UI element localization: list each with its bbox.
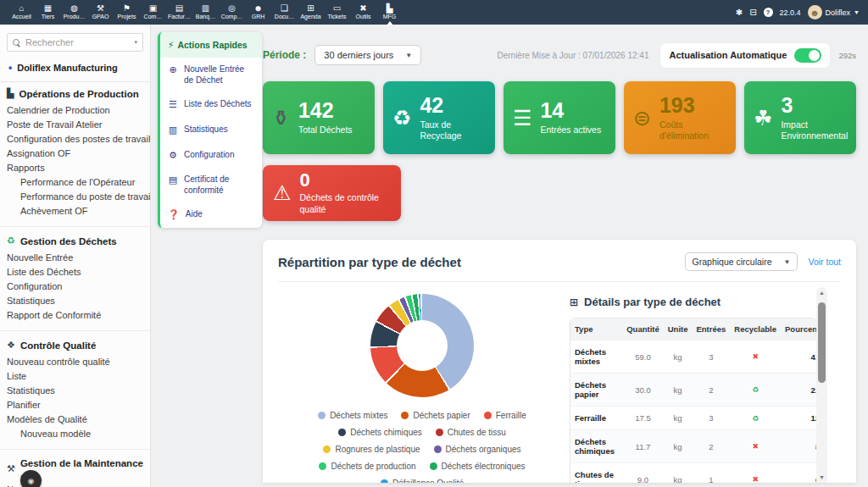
legend-label: Déchets papier [413, 411, 470, 420]
produ…-icon: ◍ [70, 4, 78, 13]
tab-banq[interactable]: ▥Banq… [192, 0, 219, 25]
table-row[interactable]: Déchets mixtes59.0kg3✖41.4% [570, 340, 817, 374]
kpi-card-taux-de-recyclage[interactable]: ♻42Taux de Recyclage [383, 81, 495, 154]
sidebar-item-liste[interactable]: Liste [0, 368, 150, 383]
action-icon: ⚙ [168, 150, 178, 162]
chart-type-select[interactable]: Graphique circulaire ▼ [685, 252, 798, 271]
kpi-card-quality-alert[interactable]: ⚠ 0 Déchets de contrôle qualité [263, 165, 401, 221]
sidebar-section-title[interactable]: ♻Gestion des Déchets [0, 231, 150, 250]
kpi-card-total-d-chets[interactable]: ⚱142Total Déchets [263, 81, 375, 154]
scrollbar-thumb[interactable] [818, 302, 826, 383]
floating-widget-button[interactable]: ◉ [20, 470, 42, 487]
legend-item-d-chets-papier[interactable]: Déchets papier [401, 411, 470, 420]
sidebar-item-calendrier-de-production[interactable]: Calendrier de Production [0, 102, 150, 117]
vertical-scrollbar[interactable]: ▲ ▼ [816, 287, 827, 483]
sidebar-item-liste-des-d-chets[interactable]: Liste des Déchets [0, 264, 150, 279]
tab-projets[interactable]: ⚑Projets [114, 0, 140, 25]
scroll-down-icon[interactable]: ▼ [816, 474, 827, 480]
user-menu[interactable]: ☻ Doliflex ▼ [808, 5, 860, 19]
tab-com[interactable]: ▣Com… [140, 0, 166, 25]
tab-gpao[interactable]: ⚒GPAO [87, 0, 114, 25]
tab-produ[interactable]: ◍Produ… [61, 0, 87, 25]
legend-item-d-chets-chimiques[interactable]: Déchets chimiques [338, 428, 421, 437]
auto-refresh-toggle[interactable] [794, 48, 821, 63]
quick-action-liste-des-d-chets[interactable]: ☰Liste des Déchets [160, 92, 262, 118]
table-row[interactable]: Ferraille17.5kg3♻12.3% [570, 407, 817, 430]
tab-label: Comp… [221, 14, 243, 20]
legend-dot [484, 412, 492, 419]
main-content: Période : 30 derniers jours ▼ Dernière M… [263, 25, 856, 487]
quick-action-certificat-de-conformit-[interactable]: ▤Certificat de conformité [160, 168, 262, 202]
sidebar-item-rapports[interactable]: Rapports [0, 160, 150, 174]
quick-action-aide[interactable]: ❓Aide [160, 202, 262, 228]
tab-outils[interactable]: ✖Outils [350, 0, 376, 25]
sidebar-item-mod-les-de-qualit-[interactable]: Modèles de Qualité [0, 412, 150, 426]
company-link[interactable]: • Doliflex Manufacturing [0, 55, 150, 82]
help-icon[interactable]: ? [764, 8, 773, 17]
sidebar-item-performance-de-l-op-rateur[interactable]: Performance de l'Opérateur [0, 174, 150, 189]
tab-mfg[interactable]: ▙MFG [376, 0, 403, 25]
sidebar-item-assignation-of[interactable]: Assignation OF [0, 146, 150, 160]
tab-factur[interactable]: ▤Factur… [166, 0, 192, 25]
legend-item-d-chets-mixtes[interactable]: Déchets mixtes [318, 411, 387, 420]
projets-icon: ⚑ [123, 4, 131, 13]
sidebar-section-title[interactable]: ▙Opérations de Production [0, 84, 150, 102]
sidebar-item-statistiques[interactable]: Statistiques [0, 383, 150, 397]
quick-action-configuration[interactable]: ⚙Configuration [160, 143, 262, 169]
sidebar-item-nouvelle-entr-e[interactable]: Nouvelle Entrée [0, 250, 150, 264]
tab-tickets[interactable]: ▭Tickets [324, 0, 350, 25]
search-caret-icon[interactable]: ▾ [134, 39, 137, 46]
print-icon[interactable]: ⊟ [749, 8, 756, 17]
legend-item-rognures-de-plastique[interactable]: Rognures de plastique [323, 445, 420, 454]
kpi-card-impact-environnemental[interactable]: ☘3Impact Environnemental [744, 81, 856, 154]
sidebar-item-nouveau-mod-le[interactable]: Nouveau modèle [0, 426, 150, 440]
tab-grh[interactable]: ☻GRH [245, 0, 271, 25]
quick-action-nouvelle-entr-e-de-d-chet[interactable]: ⊕Nouvelle Entrée de Déchet [160, 58, 262, 92]
scroll-up-icon[interactable]: ▲ [816, 290, 827, 296]
tab-accueil[interactable]: ⌂Accueil [8, 0, 35, 25]
legend-item-d-faillance-qualit-[interactable]: Défaillance Qualité [381, 479, 464, 483]
sidebar-item-configuration[interactable]: Configuration [0, 279, 150, 293]
legend-item-d-chets-organiques[interactable]: Déchets organiques [434, 445, 521, 454]
table-row[interactable]: Chutes de tissu9.0kg1✖6.3% [570, 463, 817, 484]
sidebar-item-nouveau-contr-le-qualit-[interactable]: Nouveau contrôle qualité [0, 354, 150, 368]
sidebar-item-planifier[interactable]: Planifier [0, 397, 150, 412]
legend-item-d-chets-de-production[interactable]: Déchets de production [319, 462, 415, 471]
legend-dot [323, 445, 331, 453]
sidebar-item-statistiques[interactable]: Statistiques [0, 293, 150, 307]
bullet-icon: • [8, 62, 12, 74]
search-input[interactable]: Rechercher ▾ [7, 33, 143, 52]
bug-icon[interactable]: ✱ [736, 8, 743, 17]
factur…-icon: ▤ [175, 4, 183, 13]
sidebar-item-configuration-des-postes-de-travail[interactable]: Configuration des postes de travail [0, 131, 150, 146]
tab-tiers[interactable]: ▦Tiers [35, 0, 61, 25]
sidebar-item-ach-vement-of[interactable]: Achèvement OF [0, 203, 150, 218]
kpi-text: 142Total Déchets [298, 100, 353, 136]
grh-icon: ☻ [253, 4, 263, 13]
legend-item-chutes-de-tissu[interactable]: Chutes de tissu [436, 428, 506, 437]
quick-action-statistiques[interactable]: ▥Statistiques [160, 118, 262, 143]
sidebar-item-poste-de-travail-atelier[interactable]: Poste de Travail Atelier [0, 117, 150, 131]
tab-comp[interactable]: ◎Comp… [219, 0, 245, 25]
tab-agenda[interactable]: ⊞Agenda [298, 0, 324, 25]
kpi-card-entr-es-actives[interactable]: ☰14Entrées actives [504, 81, 615, 154]
tab-docu[interactable]: ❏Docu… [271, 0, 298, 25]
kpi-card-co-ts-d--limination[interactable]: ⊜193Coûts d'élimination [624, 81, 736, 154]
period-label: Période : [263, 49, 306, 61]
sidebar-item-performance-du-poste-de-travail[interactable]: Performance du poste de travail [0, 189, 150, 203]
sidebar-section-title[interactable]: ❖Contrôle Qualité [0, 335, 150, 354]
section-icon: ⚒ [7, 463, 15, 474]
legend-dot [319, 462, 326, 470]
sidebar-item-rapport-de-conformit-[interactable]: Rapport de Conformité [0, 307, 150, 322]
cell-percentage: 41.4% [781, 340, 817, 374]
table-row[interactable]: Déchets papier30.0kg2♻21.1% [570, 374, 817, 407]
column-header-type: Type [570, 318, 622, 340]
table-row[interactable]: Déchets chimiques11.7kg2✖8.2% [570, 430, 817, 463]
top-nav-tabs: ⌂Accueil▦Tiers◍Produ…⚒GPAO⚑Projets▣Com…▤… [8, 0, 403, 25]
legend-item-d-chets--lectroniques[interactable]: Déchets électroniques [430, 462, 526, 471]
details-title: Détails par type de déchet [584, 296, 721, 308]
period-select[interactable]: 30 derniers jours ▼ [314, 45, 421, 65]
cell-qty: 59.0 [622, 340, 664, 374]
legend-item-ferraille[interactable]: Ferraille [484, 411, 526, 420]
view-all-link[interactable]: Voir tout [808, 257, 841, 267]
